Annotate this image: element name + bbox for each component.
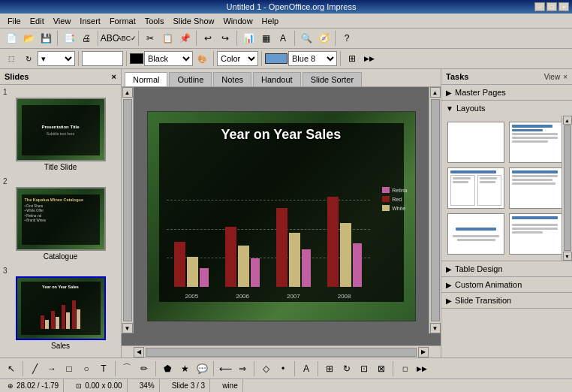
tasks-customanim-header[interactable]: ▶ Custom Animation: [441, 277, 572, 292]
size-input[interactable]: 0.00cm: [82, 51, 123, 66]
group-tool[interactable]: ⊡: [356, 360, 372, 377]
layout-two-col[interactable]: [447, 167, 504, 209]
arrow-tool[interactable]: →: [44, 360, 60, 377]
style-dropdown[interactable]: ▾: [38, 51, 75, 66]
rotate-button[interactable]: ↻: [20, 50, 37, 67]
freeform-tool[interactable]: ✏: [136, 360, 152, 377]
tab-normal[interactable]: Normal: [125, 72, 167, 86]
menu-slideshow[interactable]: Slide Show: [168, 15, 218, 27]
layouts-scrollbar[interactable]: ▲ ▼: [561, 116, 572, 261]
v-scrollbar-right[interactable]: ▲ ▼: [429, 87, 441, 333]
slide-thumb-2[interactable]: The Kapalua Wines Catalogue • First Shar…: [16, 187, 106, 251]
connector-tool[interactable]: ⟵: [217, 360, 233, 377]
bar-2007-white: [289, 233, 300, 287]
menu-view[interactable]: View: [49, 15, 76, 27]
rotate-tool[interactable]: ↻: [339, 360, 355, 377]
more-button[interactable]: ▶▶: [361, 50, 378, 67]
layouts-scroll-thumb[interactable]: [564, 125, 571, 251]
layout-centered[interactable]: [447, 213, 504, 255]
ellipse-tool[interactable]: ○: [78, 360, 95, 377]
tab-notes[interactable]: Notes: [213, 72, 251, 86]
menu-help[interactable]: Help: [257, 15, 284, 27]
line-tool[interactable]: ╱: [26, 360, 43, 377]
tab-outline[interactable]: Outline: [169, 72, 212, 86]
tasks-view-button[interactable]: View: [544, 73, 561, 81]
tasks-content: ▶ Master Pages ▼ Layouts: [441, 85, 572, 357]
align-tool[interactable]: ⊞: [321, 360, 338, 377]
shapes-tool[interactable]: ⬟: [159, 360, 176, 377]
new-button[interactable]: 📄: [3, 30, 20, 47]
color-dropdown[interactable]: Black: [144, 51, 193, 66]
zoom-button[interactable]: 🔍: [298, 30, 315, 47]
maximize-button[interactable]: □: [546, 2, 557, 11]
menu-tools[interactable]: Tools: [140, 15, 169, 27]
menu-format[interactable]: Format: [105, 15, 140, 27]
slide-item-2[interactable]: 2 The Kapalua Wines Catalogue • First Sh…: [3, 177, 118, 261]
open-button[interactable]: 📂: [20, 30, 37, 47]
points-tool[interactable]: •: [275, 360, 291, 377]
tab-handout[interactable]: Handout: [253, 72, 301, 86]
select-tool[interactable]: ↖: [3, 360, 20, 377]
slide-editor[interactable]: ▲ ▼ Year on Year Sales: [122, 87, 441, 345]
text-tool[interactable]: T: [95, 360, 112, 377]
tasks-tabledesign-header[interactable]: ▶ Table Design: [441, 261, 572, 276]
copy-button[interactable]: 📋: [159, 30, 176, 47]
rect-tool[interactable]: □: [61, 360, 77, 377]
menu-file[interactable]: File: [3, 15, 26, 27]
print-button[interactable]: 🖨: [78, 30, 95, 47]
block-arrow-tool[interactable]: ⇒: [234, 360, 251, 377]
title-bar: Untitled 1 - OpenOffice.org Impress − □ …: [0, 0, 572, 14]
help-button[interactable]: ?: [339, 30, 355, 47]
tasks-layouts-header[interactable]: ▼ Layouts: [441, 101, 572, 116]
paste-button[interactable]: 📌: [176, 30, 193, 47]
layout-title[interactable]: [509, 122, 566, 163]
spellcheck-button[interactable]: ABC: [101, 30, 118, 47]
minimize-button[interactable]: −: [534, 2, 545, 11]
callout-tool[interactable]: 💬: [194, 360, 210, 377]
tasks-masterpages-header[interactable]: ▶ Master Pages: [441, 85, 572, 100]
layout-title-only[interactable]: [509, 167, 566, 209]
table-button[interactable]: ▦: [257, 30, 274, 47]
close-button[interactable]: ×: [558, 2, 569, 11]
tasks-slidetrans-header[interactable]: ▶ Slide Transition: [441, 293, 572, 308]
slide-canvas[interactable]: Year on Year Sales: [147, 111, 416, 321]
menu-window[interactable]: Window: [218, 15, 257, 27]
flowchart-tool[interactable]: ◇: [257, 360, 274, 377]
object-button[interactable]: ⬚: [3, 50, 20, 67]
redo-button[interactable]: ↪: [217, 30, 233, 47]
color-picker-button[interactable]: 🎨: [194, 50, 210, 67]
curve-tool[interactable]: ⌒: [119, 360, 135, 377]
layouts-scroll-up[interactable]: ▲: [563, 116, 572, 125]
status-slide: Slide 3 / 3: [167, 379, 210, 392]
layout-content[interactable]: [509, 213, 566, 255]
chart-button[interactable]: 📊: [240, 30, 257, 47]
layout-blank[interactable]: [447, 122, 504, 163]
v-scrollbar-left[interactable]: ▲ ▼: [122, 87, 134, 333]
undo-button[interactable]: ↩: [200, 30, 216, 47]
export-pdf-button[interactable]: 📑: [61, 30, 77, 47]
options-button[interactable]: ⊞: [344, 50, 360, 67]
layouts-scroll-down[interactable]: ▼: [563, 252, 572, 261]
tab-slidesorter[interactable]: Slide Sorter: [303, 72, 362, 86]
cut-button[interactable]: ✂: [142, 30, 158, 47]
slide-thumb-3[interactable]: Year on Year Sales: [16, 276, 106, 340]
slides-close-icon[interactable]: ×: [112, 72, 116, 81]
slide-item-3[interactable]: 3 Year on Year Sales: [3, 267, 118, 350]
save-button[interactable]: 💾: [38, 30, 54, 47]
autocorrect-button[interactable]: ABC✓: [119, 30, 135, 47]
tasks-close-button[interactable]: ×: [563, 73, 567, 81]
menu-edit[interactable]: Edit: [26, 15, 49, 27]
more-drawing-tool[interactable]: ▶▶: [414, 360, 430, 377]
colorscheme-dropdown[interactable]: Color: [217, 51, 258, 66]
color2-dropdown[interactable]: Blue 8: [288, 51, 337, 66]
slide-item-1[interactable]: 1 Presentation Title Subtitle text here …: [3, 88, 118, 171]
symbol-tool[interactable]: ★: [176, 360, 193, 377]
h-scrollbar[interactable]: ◀ ▶: [122, 345, 441, 357]
fontwork-button[interactable]: A: [275, 30, 291, 47]
slide-thumb-1[interactable]: Presentation Title Subtitle text here: [16, 98, 106, 161]
menu-insert[interactable]: Insert: [75, 15, 105, 27]
navigator-button[interactable]: 🧭: [315, 30, 332, 47]
ungroup-tool[interactable]: ⊠: [373, 360, 390, 377]
fontwork-tool[interactable]: A: [298, 360, 315, 377]
shadow-tool[interactable]: ◻: [396, 360, 413, 377]
